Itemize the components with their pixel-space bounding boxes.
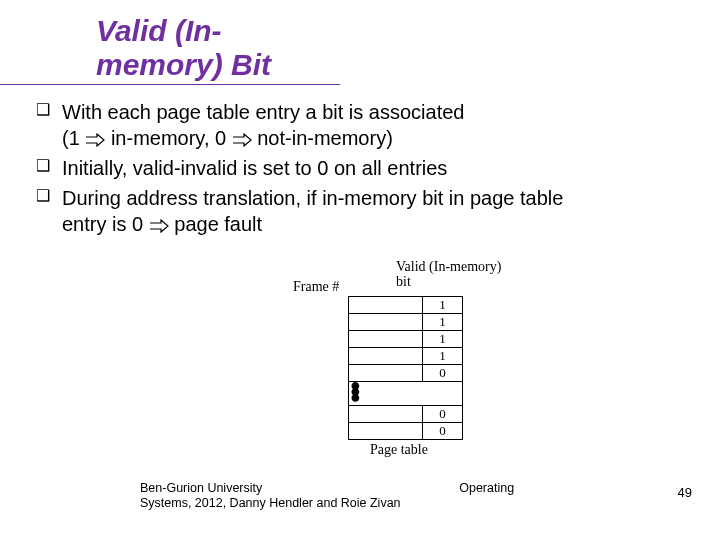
bullet-1-sub-pre: (1 — [62, 127, 85, 149]
bullet-1-sub-mid: in-memory, 0 — [111, 127, 232, 149]
bullet-1: With each page table entry a bit is asso… — [36, 99, 684, 151]
valid-bit-label-line2: bit — [396, 274, 411, 289]
frame-cell — [349, 314, 423, 331]
page-table: 1 1 1 1 0 0 0 — [348, 296, 463, 440]
valid-cell: 1 — [423, 348, 463, 365]
page-table-caption: Page table — [370, 442, 428, 458]
footer-line1-right: Operating — [459, 481, 514, 495]
valid-cell: 0 — [423, 365, 463, 382]
frame-cell — [349, 297, 423, 314]
frame-number-label: Frame # — [293, 280, 339, 295]
frame-cell — [349, 348, 423, 365]
valid-cell: 1 — [423, 297, 463, 314]
valid-bit-label: Valid (In-memory) bit — [396, 260, 526, 289]
bullet-list: With each page table entry a bit is asso… — [0, 85, 720, 237]
table-row: 1 — [349, 331, 463, 348]
table-row: 1 — [349, 297, 463, 314]
ellipsis-cell — [349, 382, 463, 406]
implies-arrow-icon — [232, 133, 252, 147]
footer-line2: Systems, 2012, Danny Hendler and Roie Zi… — [140, 496, 401, 510]
slide-title: Valid (In-memory) Bit — [0, 0, 340, 85]
footer-line1-left: Ben-Gurion University — [140, 481, 262, 495]
table-row: 0 — [349, 406, 463, 423]
bullet-3-text-b-post: page fault — [174, 213, 262, 235]
table-row: 1 — [349, 348, 463, 365]
valid-bit-label-line1: Valid (In-memory) — [396, 259, 501, 274]
frame-cell — [349, 365, 423, 382]
vertical-ellipsis-icon: ●●● — [350, 382, 359, 400]
implies-arrow-icon — [149, 219, 169, 233]
table-row: 1 — [349, 314, 463, 331]
valid-cell: 1 — [423, 331, 463, 348]
bullet-3: During address translation, if in-memory… — [36, 185, 684, 237]
valid-cell: 0 — [423, 423, 463, 440]
implies-arrow-icon — [85, 133, 105, 147]
ellipsis-row — [349, 382, 463, 406]
bullet-1-sub-post: not-in-memory) — [257, 127, 393, 149]
table-row: 0 — [349, 365, 463, 382]
page-number: 49 — [678, 485, 692, 500]
bullet-2: Initially, valid-invalid is set to 0 on … — [36, 155, 684, 181]
valid-cell: 1 — [423, 314, 463, 331]
table-row: 0 — [349, 423, 463, 440]
frame-cell — [349, 331, 423, 348]
frame-cell — [349, 406, 423, 423]
bullet-1-text: With each page table entry a bit is asso… — [62, 101, 464, 123]
bullet-2-text: Initially, valid-invalid is set to 0 on … — [62, 157, 447, 179]
bullet-3-text-a: During address translation, if in-memory… — [62, 187, 563, 209]
valid-cell: 0 — [423, 406, 463, 423]
frame-cell — [349, 423, 423, 440]
footer-attribution: Ben-Gurion University Operating Systems,… — [140, 481, 560, 510]
bullet-3-text-b-pre: entry is 0 — [62, 213, 149, 235]
